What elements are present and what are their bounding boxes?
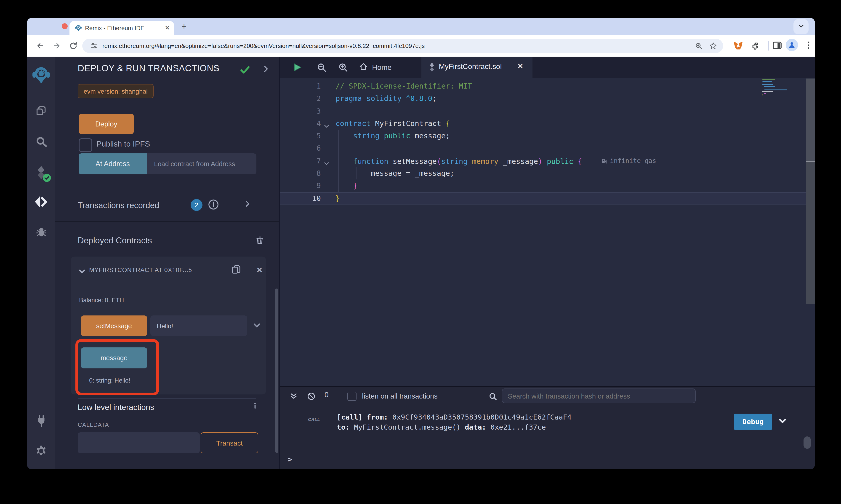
terminal-prompt[interactable]: > — [288, 455, 292, 464]
evm-version-badge: evm version: shanghai — [78, 84, 154, 98]
code-line[interactable]: 5 string public message; — [280, 130, 815, 142]
extensions-puzzle-icon[interactable] — [751, 41, 760, 52]
back-icon[interactable] — [36, 41, 44, 52]
set-message-expand-chevron-icon[interactable] — [253, 321, 261, 331]
code-line[interactable]: 10} — [280, 192, 815, 204]
file-explorer-icon[interactable] — [27, 105, 55, 117]
info-icon[interactable] — [208, 199, 219, 212]
code-line[interactable]: 9 } — [280, 180, 815, 192]
settings-gear-icon[interactable] — [27, 445, 55, 457]
terminal-log[interactable]: [call] from: 0x9Cf934043aD350758391b0D01… — [337, 412, 571, 432]
transactions-recorded-label: Transactions recorded — [78, 201, 159, 211]
code-line[interactable]: 3 — [280, 105, 815, 117]
clear-console-icon[interactable] — [307, 392, 315, 402]
url-bar[interactable]: remix.ethereum.org/#lang=en&optimize=fal… — [82, 39, 723, 53]
debugger-icon[interactable] — [27, 226, 55, 238]
indent-guide — [338, 130, 339, 192]
message-button[interactable]: message — [81, 347, 147, 368]
zoom-out-icon[interactable] — [317, 62, 326, 74]
profile-avatar[interactable] — [786, 39, 798, 51]
tab-close-icon[interactable]: ✕ — [165, 25, 170, 31]
contract-title[interactable]: MYFIRSTCONTRACT AT 0X10F...5 — [89, 267, 226, 273]
bookmark-star-icon[interactable] — [709, 42, 717, 52]
listen-all-transactions-checkbox[interactable] — [347, 392, 357, 401]
code-line[interactable]: 8 message = _message; — [280, 167, 815, 180]
minimap-line — [764, 89, 787, 90]
window-close-button[interactable] — [62, 23, 68, 29]
code-text: pragma solidity ^0.8.0; — [336, 92, 437, 105]
editor-scrollbar[interactable] — [806, 78, 815, 304]
publish-ipfs-checkbox[interactable] — [79, 138, 92, 152]
contract-close-icon[interactable]: ✕ — [256, 266, 262, 274]
home-icon — [359, 62, 368, 73]
debug-button[interactable]: Debug — [734, 414, 772, 430]
file-tab-close-icon[interactable]: ✕ — [517, 62, 523, 70]
code-line[interactable]: 7 function setMessage(string memory _mes… — [280, 155, 815, 167]
terminal-scrollbar-thumb[interactable] — [804, 436, 811, 449]
low-level-info-icon[interactable] — [251, 402, 259, 412]
at-address-input[interactable] — [147, 154, 256, 174]
expand-terminal-icon[interactable] — [290, 392, 297, 402]
line-number: 10 — [280, 192, 321, 204]
code-text: contract MyFirstContract { — [336, 117, 450, 130]
success-check-icon — [240, 65, 250, 77]
line-number: 9 — [280, 180, 321, 192]
calldata-label: CALLDATA — [78, 421, 109, 428]
run-script-play-icon[interactable] — [293, 62, 302, 74]
transact-button[interactable]: Transact — [201, 432, 258, 453]
terminal-log-line: to: MyFirstContract.message() data: 0xe2… — [337, 422, 571, 432]
browser-tab[interactable]: Remix - Ethereum IDE ✕ — [69, 21, 174, 35]
set-message-input[interactable] — [150, 316, 247, 336]
code-line[interactable]: 1// SPDX-License-Identifier: MIT — [280, 80, 815, 92]
calldata-input[interactable] — [78, 432, 200, 453]
line-number: 6 — [280, 142, 321, 155]
new-tab-button[interactable]: + — [182, 21, 187, 32]
forward-icon[interactable] — [53, 41, 61, 52]
log-expand-chevron-icon[interactable] — [778, 416, 787, 427]
tab-home[interactable]: Home — [359, 57, 392, 78]
code-line[interactable]: 4contract MyFirstContract { — [280, 117, 815, 130]
code-editor[interactable]: 1// SPDX-License-Identifier: MIT2pragma … — [280, 78, 815, 386]
kebab-menu-icon[interactable] — [804, 41, 813, 52]
call-badge: CALL — [308, 417, 320, 422]
line-number: 1 — [280, 80, 321, 92]
terminal-search-input[interactable] — [502, 389, 696, 403]
remix-logo[interactable] — [27, 67, 55, 84]
set-message-button[interactable]: setMessage — [81, 316, 147, 336]
code-line[interactable]: 2pragma solidity ^0.8.0; — [280, 92, 815, 105]
plugin-manager-icon[interactable] — [27, 415, 55, 427]
minimap-line — [764, 93, 766, 94]
low-level-divider — [78, 398, 256, 398]
zoom-in-icon[interactable] — [338, 62, 348, 74]
tab-search-button[interactable] — [793, 19, 809, 34]
metamask-fox-icon[interactable] — [733, 41, 743, 53]
trash-icon[interactable] — [255, 236, 265, 247]
deployed-contracts-heading: Deployed Contracts — [78, 236, 152, 246]
toolbar-divider — [768, 41, 769, 51]
deploy-run-icon[interactable] — [27, 195, 55, 208]
contract-collapse-chevron-icon[interactable] — [78, 268, 86, 277]
zoom-icon[interactable] — [695, 42, 703, 52]
panel-scrollbar[interactable] — [275, 289, 278, 453]
line-number: 8 — [280, 167, 321, 180]
screenshot-root: Remix - Ethereum IDE ✕ + remix.ethereum.… — [0, 0, 841, 504]
code-text: } — [336, 180, 357, 192]
at-address-button[interactable]: At Address — [79, 154, 147, 174]
code-line[interactable]: 6 — [280, 142, 815, 155]
copy-address-icon[interactable] — [231, 264, 242, 277]
low-level-heading: Low level interactions — [78, 403, 154, 412]
icon-rail — [27, 57, 55, 469]
editor-scrollbar-thumb[interactable] — [806, 78, 815, 161]
panel-collapse-chevron-icon[interactable] — [262, 65, 270, 75]
side-panel-icon[interactable] — [772, 41, 782, 52]
tab-myfirstcontract[interactable]: MyFirstContract.sol ✕ — [422, 57, 532, 78]
site-settings-icon[interactable] — [90, 42, 98, 52]
editor-minimap[interactable] — [762, 79, 799, 96]
deployed-contract-card: MYFIRSTCONTRACT AT 0X10F...5 ✕ Balance: … — [71, 256, 266, 394]
editor-scrollbar-track — [806, 162, 815, 304]
search-icon[interactable] — [27, 136, 55, 148]
deploy-button[interactable]: Deploy — [79, 114, 134, 134]
reload-icon[interactable] — [69, 41, 78, 52]
tab-strip: Remix - Ethereum IDE ✕ + — [27, 18, 815, 35]
transactions-expand-chevron-icon[interactable] — [244, 200, 252, 210]
